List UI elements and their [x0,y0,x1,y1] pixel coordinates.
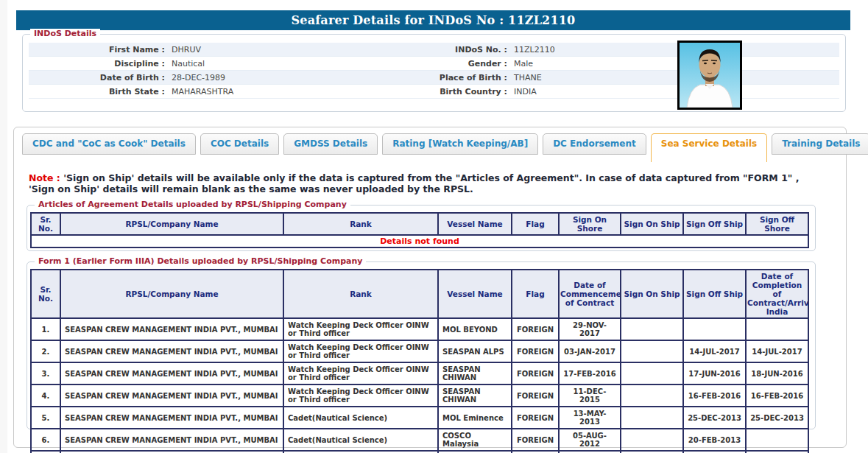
table-cell: SEASPAN CREW MANAGEMENT INDIA PVT., MUMB… [60,407,283,429]
table-cell: FOREIGN [512,407,559,429]
column-header: Sign On Ship [621,213,683,235]
tab-training-details[interactable]: Training Details [772,133,868,155]
column-header: Sign On Ship [621,270,683,318]
table-cell: MOL Eminence [438,407,512,429]
table-row: 2.SEASPAN CREW MANAGEMENT INDIA PVT., MU… [31,340,808,362]
field-value: 28-DEC-1989 [165,71,415,84]
form1-details-panel: Form 1 (Earlier Form IIIA) Details uploa… [27,261,816,429]
column-header: Sign On Shore [559,213,621,235]
seafarer-photo [677,41,742,110]
table-cell [746,318,808,340]
column-header: Sign Off Shore [746,213,808,235]
table-cell: 29-NOV-2017 [559,318,621,340]
table-cell: Watch Keeping Deck Officer OINW or Third… [283,340,438,362]
table-cell: 17-FEB-2016 [559,362,621,384]
field-value: DHRUV [165,43,415,56]
table-cell: SEASPAN CREW MANAGEMENT INDIA PVT., MUMB… [60,429,283,451]
table-cell [746,429,808,451]
page-title: Seafarer Details for INDoS No : 11ZL2110 [16,10,850,30]
tab-gmdss-details[interactable]: GMDSS Details [283,133,378,155]
table-cell: Cadet(Nautical Science) [283,407,438,429]
indos-details-panel: INDoS Details First Name :DHRUVINDoS No.… [22,34,846,112]
table-cell: MOL BEYOND [438,318,512,340]
tab-strip: CDC and "CoC as Cook" DetailsCOC Details… [22,133,868,162]
articles-of-agreement-panel: Articles of Agreement Details uploaded b… [27,205,816,251]
table-cell: SEASPAN CREW MANAGEMENT INDIA PVT., MUMB… [60,340,283,362]
table-cell: FOREIGN [512,384,559,407]
column-header: RPSL/Company Name [60,213,283,235]
table-cell: 03-JAN-2017 [559,340,621,362]
column-header: Flag [512,213,559,235]
table-cell [621,429,683,451]
field-label: INDoS No. : [415,43,507,56]
field-label: Birth Country : [415,85,507,98]
articles-table-legend: Articles of Agreement Details uploaded b… [35,200,350,209]
note-body: 'Sign on Ship' details will be available… [29,172,799,194]
table-cell: SEASPAN CREW MANAGEMENT INDIA PVT., MUMB… [60,384,283,407]
tab-content-panel: CDC and "CoC as Cook" DetailsCOC Details… [13,127,847,448]
indos-details-legend: INDoS Details [30,29,100,38]
column-header: Flag [512,270,559,318]
table-cell [621,407,683,429]
field-label: First Name : [29,43,165,56]
field-label: Date of Birth : [29,71,165,84]
table-cell: 17-JUN-2016 [683,362,746,384]
table-cell: 14-JUL-2017 [746,340,808,362]
table-cell: 2. [31,340,60,362]
page-edge-strip [0,0,7,453]
table-header-row: Sr. No.RPSL/Company NameRankVessel NameF… [31,270,808,318]
table-cell: Watch Keeping Deck Officer OINW or Third… [283,362,438,384]
table-cell: 25-DEC-2013 [683,407,746,429]
table-cell: Cadet(Nautical Science) [283,429,438,451]
table-cell [621,384,683,407]
field-value: MAHARASHTRA [165,85,415,98]
empty-message: Details not found [31,235,808,247]
field-label: Gender : [415,57,507,70]
table-cell: 6. [31,429,60,451]
table-cell: 11-DEC-2015 [559,384,621,407]
table-cell: 13-MAY-2013 [559,407,621,429]
table-row: 3.SEASPAN CREW MANAGEMENT INDIA PVT., MU… [31,362,808,384]
table-cell [683,318,746,340]
tab-coc-details[interactable]: COC Details [200,133,279,155]
field-value: Nautical [165,57,415,70]
tab-dc-endorsement[interactable]: DC Endorsement [543,133,646,155]
seafarer-photo-drawing [680,43,740,108]
field-value: INDIA [507,85,839,98]
table-cell: 1. [31,318,60,340]
table-row: 1.SEASPAN CREW MANAGEMENT INDIA PVT., MU… [31,318,808,340]
tab-sea-service-details[interactable]: Sea Service Details [651,133,767,162]
table-cell: FOREIGN [512,340,559,362]
table-cell: 25-DEC-2013 [746,407,808,429]
articles-table: Sr. No.RPSL/Company NameRankVessel NameF… [30,212,809,248]
table-cell: 5. [31,407,60,429]
table-cell: FOREIGN [512,362,559,384]
table-cell [621,318,683,340]
table-row: 4.SEASPAN CREW MANAGEMENT INDIA PVT., MU… [31,384,808,407]
table-cell: SEASPAN CREW MANAGEMENT INDIA PVT., MUMB… [60,362,283,384]
tab-cdc-and-coc-as-cook-details[interactable]: CDC and "CoC as Cook" Details [22,133,196,155]
table-cell: SEASPAN CREW MANAGEMENT INDIA PVT., MUMB… [60,318,283,340]
form1-table: Sr. No.RPSL/Company NameRankVessel NameF… [30,269,809,453]
table-cell [621,340,683,362]
table-cell: 4. [31,384,60,407]
table-cell: Watch Keeping Deck Officer OINW or Third… [283,318,438,340]
field-label: Discipline : [29,57,165,70]
table-cell: 05-AUG-2012 [559,429,621,451]
table-cell: 18-JUN-2016 [746,362,808,384]
column-header: Sign Off Ship [683,270,746,318]
column-header: Rank [283,213,438,235]
table-cell: 16-FEB-2016 [683,384,746,407]
table-header-row: Sr. No.RPSL/Company NameRankVessel NameF… [31,213,808,235]
field-value: 11ZL2110 [507,43,839,56]
column-header: Vessel Name [438,270,512,318]
table-row: 6.SEASPAN CREW MANAGEMENT INDIA PVT., MU… [31,429,808,451]
field-label: Birth State : [29,85,165,98]
column-header: Date of Commencement of Contract [559,270,621,318]
field-value: Male [507,57,839,70]
table-cell: COSCO Malaysia [438,429,512,451]
table-cell: FOREIGN [512,318,559,340]
column-header: RPSL/Company Name [60,270,283,318]
tab-rating-watch-keeping-ab[interactable]: Rating [Watch Keeping/AB] [382,133,538,155]
table-cell: Watch Keeping Deck Officer OINW or Third… [283,384,438,407]
